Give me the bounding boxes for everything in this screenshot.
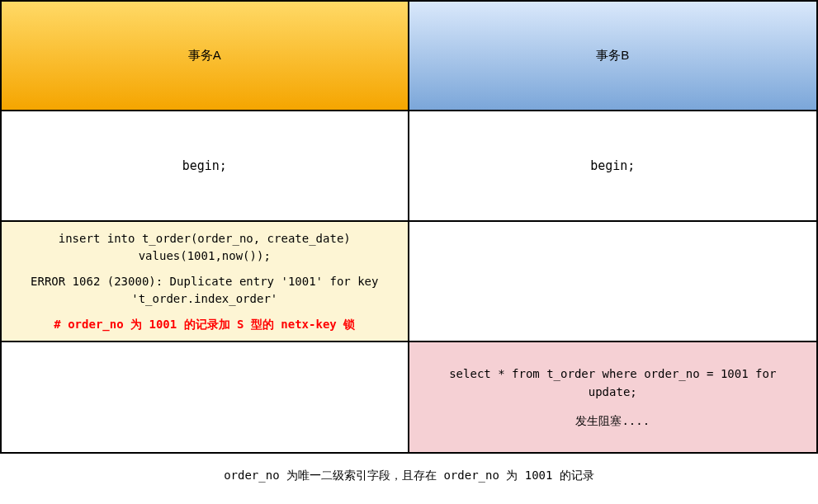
header-transaction-a: 事务A bbox=[2, 2, 409, 111]
begin-b-text: begin; bbox=[590, 158, 635, 173]
select-block: 发生阻塞.... bbox=[575, 412, 650, 430]
select-line2: update; bbox=[589, 383, 637, 401]
header-a-label: 事务A bbox=[188, 48, 221, 64]
transaction-table: 事务A 事务B begin; begin; insert into t_orde… bbox=[0, 0, 818, 454]
insert-error1: ERROR 1062 (23000): Duplicate entry '100… bbox=[31, 273, 378, 290]
begin-cell-a: begin; bbox=[2, 111, 409, 222]
insert-row: insert into t_order(order_no, create_dat… bbox=[2, 222, 816, 342]
begin-cell-b: begin; bbox=[409, 111, 817, 222]
insert-error2: 't_order.index_order' bbox=[131, 290, 277, 308]
insert-line1: insert into t_order(order_no, create_dat… bbox=[59, 230, 351, 247]
insert-cell-a: insert into t_order(order_no, create_dat… bbox=[2, 222, 409, 342]
header-row: 事务A 事务B bbox=[2, 2, 816, 111]
header-b-label: 事务B bbox=[596, 48, 629, 64]
insert-cell-b bbox=[409, 222, 817, 342]
select-line1: select * from t_order where order_no = 1… bbox=[449, 365, 776, 383]
header-transaction-b: 事务B bbox=[409, 2, 817, 111]
select-cell-a bbox=[2, 342, 409, 452]
select-row: select * from t_order where order_no = 1… bbox=[2, 342, 816, 452]
insert-line2: values(1001,now()); bbox=[139, 247, 271, 265]
begin-a-text: begin; bbox=[182, 158, 227, 173]
caption-text: order_no 为唯一二级索引字段，且存在 order_no 为 1001 的… bbox=[0, 469, 818, 483]
select-cell-b: select * from t_order where order_no = 1… bbox=[409, 342, 817, 452]
begin-row: begin; begin; bbox=[2, 111, 816, 222]
insert-comment: # order_no 为 1001 的记录加 S 型的 netx-key 锁 bbox=[54, 316, 355, 333]
